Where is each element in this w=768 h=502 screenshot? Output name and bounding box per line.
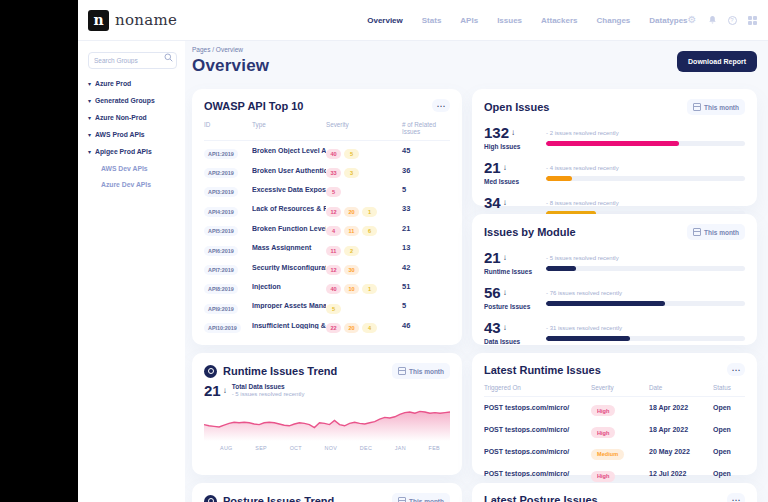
owasp-row[interactable]: API2:2019Broken User Authentication33336 <box>204 160 450 179</box>
owasp-row[interactable]: API4:2019Lack of Resources & Rate Limiti… <box>204 199 450 218</box>
stat-note: - 5 issues resolved recently <box>546 255 745 261</box>
progress-track <box>546 176 745 181</box>
stat-value: 132↓ <box>484 125 546 140</box>
owasp-type: Mass Assignment <box>252 244 326 251</box>
progress-track <box>546 336 745 341</box>
stat-note: - 31 issues resolved recently <box>546 325 745 331</box>
owasp-type: Broken Function Level Authorization <box>252 225 326 232</box>
latest-runtime-menu-button[interactable]: ⋯ <box>727 363 745 376</box>
sidebar-group-azure-non-prod[interactable]: ▾Azure Non-Prod <box>88 114 177 121</box>
owasp-row[interactable]: API1:2019Broken Object Level Authorizati… <box>204 141 450 160</box>
stat-value: 21↓ <box>484 250 546 265</box>
runtime-trend-title: Runtime Issues Trend <box>223 365 337 377</box>
col-triggered-on: Triggered On <box>484 384 591 391</box>
nav-tab-changes[interactable]: Changes <box>597 16 631 25</box>
runtime-trend-note: - 5 issues resolved recently <box>232 391 305 397</box>
owasp-row[interactable]: API8:2019Injection4010151 <box>204 277 450 296</box>
nav-tab-issues[interactable]: Issues <box>497 16 522 25</box>
progress-track <box>546 301 745 306</box>
issues-by-module-list: 21↓Runtime Issues- 5 issues resolved rec… <box>484 250 745 345</box>
col-severity: Severity <box>591 384 649 391</box>
posture-trend-period-button[interactable]: This month <box>392 493 450 502</box>
down-arrow-icon: ↓ <box>503 324 507 332</box>
card-grid: OWASP API Top 10 ⋯ IDTypeSeverity# of Re… <box>192 89 757 502</box>
latest-posture-menu-button[interactable]: ⋯ <box>727 493 745 502</box>
apps-grid-icon[interactable] <box>748 16 757 25</box>
owasp-row[interactable]: API3:2019Excessive Data Exposure55 <box>204 180 450 199</box>
latest-runtime-row[interactable]: POST testops.com/micro/High12 Jul 2022Op… <box>484 462 745 484</box>
bell-icon[interactable] <box>708 15 717 25</box>
owasp-severity-badges: 40101 <box>326 277 402 295</box>
issue-status: Open <box>713 426 745 433</box>
issue-status: Open <box>713 448 745 455</box>
nav-tab-overview[interactable]: Overview <box>367 16 403 25</box>
owasp-title: OWASP API Top 10 <box>204 100 303 112</box>
help-icon[interactable]: ? <box>728 16 737 25</box>
down-arrow-icon: ↓ <box>503 254 507 262</box>
stat-label: High Issues <box>484 143 546 150</box>
latest-runtime-row[interactable]: POST testops.com/micro/High18 Apr 2022Op… <box>484 397 745 419</box>
severity-badge-low: 5 <box>344 149 359 159</box>
sidebar-group-generated-groups[interactable]: ▾Generated Groups <box>88 97 177 104</box>
owasp-type: Injection <box>252 283 326 290</box>
open-issues-period-button[interactable]: This month <box>687 99 745 115</box>
owasp-row[interactable]: API7:2019Security Misconfiguration123042 <box>204 257 450 276</box>
nav-tab-stats[interactable]: Stats <box>422 16 442 25</box>
sidebar-group-azure-prod[interactable]: ▾Azure Prod <box>88 80 177 87</box>
sidebar-subgroup-azure-dev-apis[interactable]: Azure Dev APIs <box>101 181 177 188</box>
x-tick-nov: NOV <box>325 445 338 451</box>
page-title: Overview <box>192 56 269 76</box>
owasp-id-chip: API6:2019 <box>204 246 238 256</box>
nav-tab-attackers[interactable]: Attackers <box>541 16 577 25</box>
owasp-row[interactable]: API5:2019Broken Function Level Authoriza… <box>204 219 450 238</box>
owasp-id-chip: API5:2019 <box>204 226 238 236</box>
gear-icon[interactable]: ⚙ <box>688 15 697 25</box>
owasp-type: Insufficient Logging & Monitoring <box>252 322 326 329</box>
runtime-trend-period-button[interactable]: This month <box>392 363 450 379</box>
runtime-trend-value: 21↓ <box>204 383 227 398</box>
sidebar-group-apigee-prod-apis[interactable]: ▾Apigee Prod APIs <box>88 148 177 155</box>
letterbox-strip <box>0 0 78 502</box>
owasp-row[interactable]: API10:2019Insufficient Logging & Monitor… <box>204 316 450 335</box>
severity-badge-med: 20 <box>344 207 359 217</box>
stat-value: 21↓ <box>484 160 546 175</box>
breadcrumb[interactable]: Pages / Overview <box>192 46 269 53</box>
severity-badge-high: 40 <box>326 284 341 294</box>
caret-down-icon: ▾ <box>88 80 91 87</box>
runtime-trend-chart <box>204 399 450 441</box>
col-date: Date <box>649 384 713 391</box>
col-type: Type <box>252 121 326 135</box>
stat-value: 43↓ <box>484 320 546 335</box>
owasp-menu-button[interactable]: ⋯ <box>432 99 450 112</box>
owasp-table-body: API1:2019Broken Object Level Authorizati… <box>204 141 450 335</box>
runtime-trend-chart-area: AUGSEPOCTNOVDECJANFEB <box>204 399 450 451</box>
owasp-row[interactable]: API6:2019Mass Assignment11213 <box>204 238 450 257</box>
issues-by-module-period-button[interactable]: This month <box>687 224 745 240</box>
owasp-table-header: IDTypeSeverity# of Related Issues <box>204 121 450 141</box>
latest-runtime-row[interactable]: POST testops.com/micro/Medium20 May 2022… <box>484 441 745 463</box>
open-issues-title: Open Issues <box>484 101 549 113</box>
sidebar-subgroup-aws-dev-apis[interactable]: AWS Dev APIs <box>101 165 177 172</box>
nav-tab-datatypes[interactable]: Datatypes <box>649 16 687 25</box>
stat-note: - 2 issues resolved recently <box>546 130 745 136</box>
severity-badge-low: 5 <box>326 304 341 314</box>
owasp-row[interactable]: API9:2019Improper Assets Management55 <box>204 296 450 315</box>
brand[interactable]: n noname <box>88 10 177 31</box>
severity-badge-high: High <box>591 405 615 416</box>
owasp-id-chip: API4:2019 <box>204 207 238 217</box>
sidebar-group-label: AWS Prod APIs <box>95 131 145 138</box>
sidebar-group-aws-prod-apis[interactable]: ▾AWS Prod APIs <box>88 131 177 138</box>
nav-tab-apis[interactable]: APIs <box>460 16 478 25</box>
latest-runtime-row[interactable]: POST testops.com/micro/High18 Apr 2022Op… <box>484 419 745 441</box>
progress-fill <box>546 141 679 146</box>
owasp-total: 51 <box>402 282 450 291</box>
owasp-type: Security Misconfiguration <box>252 264 326 271</box>
owasp-type: Broken User Authentication <box>252 167 326 174</box>
brand-name: noname <box>115 11 177 29</box>
col--of-related-issues: # of Related Issues <box>402 121 450 135</box>
owasp-id-chip: API9:2019 <box>204 304 238 314</box>
open-issues-card: Open Issues This month 132↓High Issues- … <box>472 89 757 206</box>
download-report-button[interactable]: Download Report <box>677 51 757 72</box>
screen: n noname OverviewStatsAPIsIssuesAttacker… <box>0 0 768 502</box>
app-window: n noname OverviewStatsAPIsIssuesAttacker… <box>78 0 768 502</box>
